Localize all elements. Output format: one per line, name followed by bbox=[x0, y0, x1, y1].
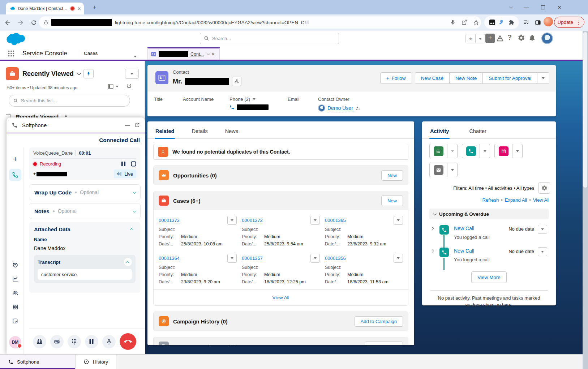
notes-card-icon[interactable] bbox=[9, 315, 21, 327]
expand-item-icon[interactable] bbox=[430, 227, 434, 231]
address-bar[interactable]: lightning.force.com/lightning/r/Contact/… bbox=[39, 16, 481, 29]
side-panel-icon[interactable] bbox=[533, 18, 542, 27]
tab-close-icon[interactable]: ✕ bbox=[77, 6, 81, 11]
utility-tab-history[interactable]: History bbox=[76, 355, 116, 369]
chevron-down-icon[interactable] bbox=[133, 190, 136, 194]
more-actions-dropdown[interactable] bbox=[537, 72, 549, 84]
chevron-up-icon[interactable] bbox=[124, 258, 132, 266]
transfer-call-icon[interactable] bbox=[33, 335, 46, 348]
new-event-icon[interactable] bbox=[495, 144, 512, 158]
voicemail-drop-icon[interactable] bbox=[50, 335, 64, 348]
opportunities-title[interactable]: Opportunities (0) bbox=[173, 172, 377, 179]
forward-icon[interactable] bbox=[15, 17, 26, 28]
log-call-dropdown[interactable] bbox=[480, 144, 490, 158]
stop-recording-icon[interactable] bbox=[131, 161, 136, 167]
active-call-icon[interactable] bbox=[9, 169, 21, 181]
mic-permission-icon[interactable] bbox=[448, 18, 458, 27]
field-label-phone[interactable]: Phone (2) bbox=[229, 96, 256, 102]
list-view-selector-icon[interactable] bbox=[77, 72, 81, 75]
case-row-actions[interactable] bbox=[394, 254, 403, 263]
help-icon[interactable]: ? bbox=[507, 33, 512, 42]
guidance-center-icon[interactable] bbox=[496, 34, 504, 43]
pause-recording-icon[interactable] bbox=[121, 161, 126, 167]
tab-details[interactable]: Details bbox=[191, 124, 208, 138]
wrap-up-code-section[interactable]: Wrap Up Code Optional bbox=[29, 184, 141, 200]
add-to-campaign-button[interactable]: Add to Campaign bbox=[355, 316, 403, 327]
user-avatar[interactable] bbox=[541, 33, 553, 44]
upcoming-overdue-section[interactable]: Upcoming & Overdue bbox=[429, 209, 549, 219]
reading-list-icon[interactable] bbox=[522, 18, 531, 27]
expand-all-link[interactable]: Expand All bbox=[505, 197, 527, 203]
case-number-link[interactable]: 00001372 bbox=[242, 218, 263, 223]
expand-item-icon[interactable] bbox=[430, 249, 434, 253]
extension-domino-icon[interactable] bbox=[489, 19, 495, 26]
change-owner-icon[interactable] bbox=[355, 106, 361, 111]
notes-section[interactable]: Notes Optional bbox=[29, 203, 141, 219]
partial-list-title[interactable]: Notes & Attachments (0) bbox=[173, 344, 360, 346]
case-row-actions[interactable] bbox=[227, 216, 237, 225]
tab-dropdown-icon[interactable] bbox=[207, 52, 210, 55]
chevron-up-icon[interactable] bbox=[130, 228, 133, 232]
campaign-history-title[interactable]: Campaign History (0) bbox=[173, 318, 350, 325]
list-search-input[interactable] bbox=[21, 98, 125, 103]
cases-view-all-link[interactable]: View All bbox=[154, 289, 408, 305]
agent-avatar[interactable]: DM bbox=[9, 336, 21, 348]
page-scrollbar[interactable] bbox=[583, 31, 588, 369]
case-number-link[interactable]: 00001357 bbox=[242, 256, 263, 261]
favorites-list-icon[interactable] bbox=[475, 34, 485, 43]
window-maximize-button[interactable] bbox=[536, 0, 550, 14]
utility-tab-softphone[interactable]: Softphone bbox=[0, 355, 76, 369]
case-number-link[interactable]: 00001356 bbox=[325, 256, 346, 261]
follow-button[interactable]: +Follow bbox=[380, 72, 412, 84]
tab-close-icon[interactable]: ✕ bbox=[211, 52, 215, 57]
global-search[interactable] bbox=[200, 33, 339, 44]
new-task-dropdown[interactable] bbox=[447, 144, 457, 158]
apps-grid-icon[interactable] bbox=[9, 301, 21, 313]
app-launcher-icon[interactable] bbox=[7, 50, 15, 57]
dialpad-icon[interactable] bbox=[68, 335, 81, 348]
new-opportunity-button[interactable]: New bbox=[381, 170, 403, 181]
new-task-icon[interactable] bbox=[430, 144, 447, 158]
case-number-link[interactable]: 00001365 bbox=[325, 218, 346, 223]
activity-item-link[interactable]: New Call bbox=[454, 248, 474, 254]
mute-mic-icon[interactable] bbox=[102, 335, 116, 348]
cases-title[interactable]: Cases (6+) bbox=[173, 198, 377, 204]
case-row-actions[interactable] bbox=[394, 216, 403, 225]
case-number-link[interactable]: 00001364 bbox=[159, 256, 180, 261]
window-minimize-button[interactable]: — bbox=[519, 0, 534, 14]
global-search-input[interactable] bbox=[212, 36, 335, 41]
new-note-button[interactable]: New Note bbox=[450, 72, 483, 84]
tab-activity[interactable]: Activity bbox=[429, 124, 450, 138]
extension-key-icon[interactable] bbox=[499, 19, 505, 26]
email-dropdown[interactable] bbox=[447, 163, 457, 177]
log-call-icon[interactable] bbox=[462, 144, 480, 158]
scrollbar-thumb[interactable] bbox=[583, 32, 587, 188]
view-more-button[interactable]: View More bbox=[471, 271, 507, 283]
new-tab-button[interactable]: + bbox=[91, 4, 98, 11]
refresh-icon[interactable] bbox=[126, 83, 132, 89]
window-close-button[interactable]: ✕ bbox=[552, 0, 567, 14]
tab-search-icon[interactable] bbox=[503, 0, 518, 14]
list-search[interactable] bbox=[9, 95, 130, 107]
favorite-star-icon[interactable]: ★ bbox=[466, 34, 475, 43]
browser-menu-kebab-icon[interactable]: ⋮ bbox=[576, 20, 581, 25]
agents-icon[interactable] bbox=[9, 287, 21, 299]
tab-chatter[interactable]: Chatter bbox=[468, 124, 487, 138]
workspace-tab-contact[interactable]: Cont... ✕ bbox=[147, 47, 220, 60]
new-event-dropdown[interactable] bbox=[512, 144, 522, 158]
tab-news[interactable]: News bbox=[224, 124, 239, 138]
new-call-plus-icon[interactable]: + bbox=[9, 153, 21, 165]
case-row-actions[interactable] bbox=[227, 254, 237, 263]
hierarchy-icon[interactable] bbox=[232, 77, 241, 86]
transcript-input[interactable] bbox=[38, 269, 132, 280]
reload-icon[interactable] bbox=[28, 17, 39, 28]
global-actions-icon[interactable]: + bbox=[485, 34, 495, 43]
share-icon[interactable] bbox=[460, 18, 469, 27]
display-as-icon[interactable] bbox=[107, 83, 119, 90]
browser-profile-avatar[interactable] bbox=[544, 17, 553, 26]
chevron-down-icon[interactable] bbox=[133, 209, 136, 213]
case-number-link[interactable]: 00001373 bbox=[159, 218, 180, 223]
back-icon[interactable] bbox=[2, 17, 13, 28]
nav-item-cases[interactable]: Cases bbox=[84, 51, 98, 56]
stats-icon[interactable] bbox=[9, 273, 21, 285]
